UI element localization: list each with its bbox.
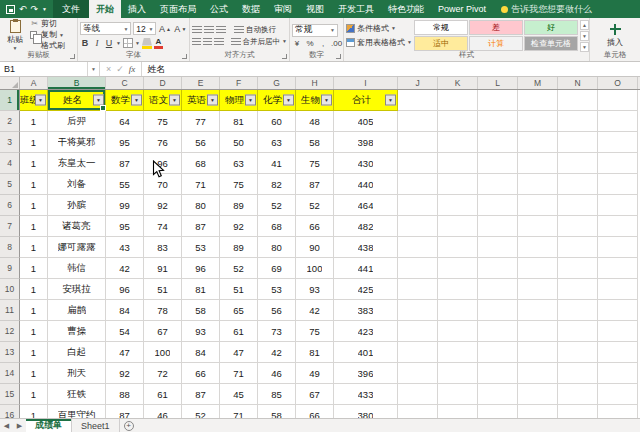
cell-D1[interactable]: 语文▼: [144, 90, 182, 111]
cell-I9[interactable]: 441: [334, 258, 398, 279]
cell-F10[interactable]: 51: [220, 279, 258, 300]
cell-J14[interactable]: [398, 363, 438, 384]
col-header-A[interactable]: A: [20, 77, 48, 89]
cell-H14[interactable]: 49: [296, 363, 334, 384]
cell-D11[interactable]: 78: [144, 300, 182, 321]
cell-B16[interactable]: 百里守约: [48, 405, 106, 418]
cell-C10[interactable]: 96: [106, 279, 144, 300]
cell-H4[interactable]: 75: [296, 153, 334, 174]
cell-I7[interactable]: 482: [334, 216, 398, 237]
cell-H8[interactable]: 90: [296, 237, 334, 258]
cell-E5[interactable]: 71: [182, 174, 220, 195]
row-header-13[interactable]: 13: [0, 342, 20, 363]
tell-me-box[interactable]: 告诉我您想要做什么: [493, 0, 600, 18]
font-color-icon[interactable]: A: [154, 38, 163, 49]
row-header-4[interactable]: 4: [0, 153, 20, 174]
cell-E11[interactable]: 58: [182, 300, 220, 321]
ribbon-tab-特色功能[interactable]: 特色功能: [381, 0, 431, 18]
row-header-1[interactable]: 1: [0, 90, 20, 111]
cell-F15[interactable]: 45: [220, 384, 258, 405]
row-header-10[interactable]: 10: [0, 279, 20, 300]
cell-N5[interactable]: [558, 174, 598, 195]
filter-icon[interactable]: ▼: [207, 95, 218, 106]
cell-D6[interactable]: 92: [144, 195, 182, 216]
cell-K4[interactable]: [438, 153, 478, 174]
cell-style-好[interactable]: 好: [524, 20, 578, 35]
cell-D3[interactable]: 76: [144, 132, 182, 153]
cell-H16[interactable]: 66: [296, 405, 334, 418]
cell-K11[interactable]: [438, 300, 478, 321]
cell-J12[interactable]: [398, 321, 438, 342]
col-header-O[interactable]: O: [598, 77, 638, 89]
align-bottom-icon[interactable]: [216, 26, 226, 34]
cell-M15[interactable]: [518, 384, 558, 405]
cell-E4[interactable]: 68: [182, 153, 220, 174]
col-header-K[interactable]: K: [438, 77, 478, 89]
cell-E14[interactable]: 66: [182, 363, 220, 384]
cell-L14[interactable]: [478, 363, 518, 384]
cell-I1[interactable]: 合计▼: [334, 90, 398, 111]
cell-O9[interactable]: [598, 258, 638, 279]
cell-F12[interactable]: 61: [220, 321, 258, 342]
cell-J2[interactable]: [398, 111, 438, 132]
cell-G10[interactable]: 53: [258, 279, 296, 300]
cell-M13[interactable]: [518, 342, 558, 363]
col-header-H[interactable]: H: [296, 77, 334, 89]
cell-A13[interactable]: 1: [20, 342, 48, 363]
cell-G7[interactable]: 68: [258, 216, 296, 237]
cell-L10[interactable]: [478, 279, 518, 300]
cell-G6[interactable]: 52: [258, 195, 296, 216]
cell-C7[interactable]: 95: [106, 216, 144, 237]
cell-C8[interactable]: 43: [106, 237, 144, 258]
cell-style-适中[interactable]: 适中: [414, 36, 468, 51]
cell-J10[interactable]: [398, 279, 438, 300]
cell-J3[interactable]: [398, 132, 438, 153]
cell-H10[interactable]: 93: [296, 279, 334, 300]
cell-G3[interactable]: 63: [258, 132, 296, 153]
cell-D12[interactable]: 67: [144, 321, 182, 342]
cell-N10[interactable]: [558, 279, 598, 300]
save-icon[interactable]: [6, 5, 15, 14]
cell-C4[interactable]: 87: [106, 153, 144, 174]
ribbon-tab-开发工具[interactable]: 开发工具: [331, 0, 381, 18]
cell-L16[interactable]: [478, 405, 518, 418]
cell-B9[interactable]: 韩信: [48, 258, 106, 279]
font-size-select[interactable]: 12▼: [133, 22, 156, 35]
cell-A7[interactable]: 1: [20, 216, 48, 237]
percent-icon[interactable]: %: [305, 39, 315, 48]
cell-O13[interactable]: [598, 342, 638, 363]
cell-O10[interactable]: [598, 279, 638, 300]
redo-icon[interactable]: ↷: [31, 5, 39, 14]
row-header-6[interactable]: 6: [0, 195, 20, 216]
cell-B3[interactable]: 干将莫邪: [48, 132, 106, 153]
cell-F16[interactable]: 71: [220, 405, 258, 418]
cell-B8[interactable]: 娜可露露: [48, 237, 106, 258]
cell-G15[interactable]: 85: [258, 384, 296, 405]
cell-D13[interactable]: 100: [144, 342, 182, 363]
cell-N13[interactable]: [558, 342, 598, 363]
cell-G16[interactable]: 58: [258, 405, 296, 418]
cell-M10[interactable]: [518, 279, 558, 300]
cell-B11[interactable]: 扁鹊: [48, 300, 106, 321]
cell-G12[interactable]: 73: [258, 321, 296, 342]
format-as-table-button[interactable]: 套用表格格式▼: [346, 37, 412, 48]
cell-C5[interactable]: 55: [106, 174, 144, 195]
cell-E2[interactable]: 77: [182, 111, 220, 132]
cell-H12[interactable]: 75: [296, 321, 334, 342]
cell-I5[interactable]: 440: [334, 174, 398, 195]
ribbon-tab-file[interactable]: 文件: [53, 0, 89, 18]
cell-A14[interactable]: 1: [20, 363, 48, 384]
row-header-15[interactable]: 15: [0, 384, 20, 405]
cell-B15[interactable]: 狂铁: [48, 384, 106, 405]
underline-button[interactable]: U: [104, 37, 114, 49]
row-header-7[interactable]: 7: [0, 216, 20, 237]
ribbon-tab-视图[interactable]: 视图: [299, 0, 331, 18]
cell-C1[interactable]: 数学▼: [106, 90, 144, 111]
row-header-12[interactable]: 12: [0, 321, 20, 342]
cell-D16[interactable]: 46: [144, 405, 182, 418]
cell-J4[interactable]: [398, 153, 438, 174]
cell-K13[interactable]: [438, 342, 478, 363]
cell-O15[interactable]: [598, 384, 638, 405]
insert-function-icon[interactable]: fx: [129, 64, 136, 74]
cell-M16[interactable]: [518, 405, 558, 418]
